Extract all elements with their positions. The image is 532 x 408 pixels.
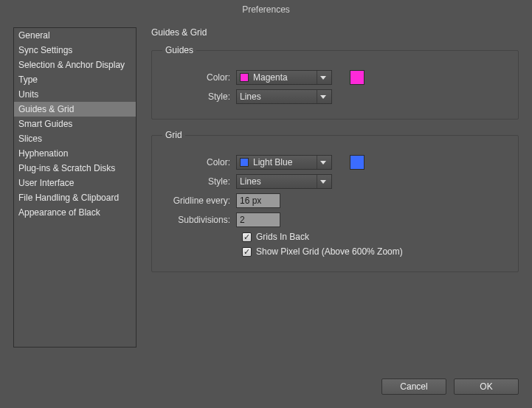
svg-marker-1 — [320, 95, 326, 99]
grid-style-select[interactable]: Lines — [236, 174, 332, 189]
guides-style-value: Lines — [240, 91, 317, 102]
guides-color-swatch-inline — [240, 73, 249, 82]
guides-color-value: Magenta — [253, 72, 317, 83]
button-bar: Cancel OK — [381, 378, 519, 395]
ok-button[interactable]: OK — [454, 378, 519, 395]
guides-style-label: Style: — [162, 91, 236, 102]
sidebar-item-sync-settings[interactable]: Sync Settings — [14, 43, 136, 58]
sidebar-item-hyphenation[interactable]: Hyphenation — [14, 146, 136, 161]
guides-style-select[interactable]: Lines — [236, 89, 332, 104]
guides-group: Guides Color: Magenta Style: Lines — [151, 45, 519, 120]
chevron-down-icon — [317, 71, 328, 84]
show-pixel-grid-checkbox[interactable] — [242, 247, 252, 257]
show-pixel-grid-label: Show Pixel Grid (Above 600% Zoom) — [256, 246, 403, 257]
grid-style-value: Lines — [240, 176, 317, 187]
sidebar: GeneralSync SettingsSelection & Anchor D… — [13, 27, 137, 348]
grid-style-label: Style: — [162, 176, 236, 187]
svg-marker-3 — [320, 180, 326, 184]
sidebar-item-selection-anchor-display[interactable]: Selection & Anchor Display — [14, 58, 136, 72]
guides-legend: Guides — [162, 45, 196, 55]
grid-color-swatch-inline — [240, 158, 249, 167]
grids-in-back-checkbox[interactable] — [242, 232, 252, 242]
gridline-every-input[interactable] — [236, 193, 280, 208]
chevron-down-icon — [317, 156, 328, 169]
grid-color-value: Light Blue — [253, 157, 317, 167]
sidebar-item-units[interactable]: Units — [14, 87, 136, 102]
sidebar-item-smart-guides[interactable]: Smart Guides — [14, 117, 136, 131]
panel: Guides & Grid Guides Color: Magenta Styl… — [151, 27, 519, 283]
panel-title: Guides & Grid — [151, 27, 519, 38]
chevron-down-icon — [317, 90, 328, 103]
subdivisions-label: Subdivisions: — [162, 215, 236, 225]
sidebar-item-general[interactable]: General — [14, 28, 136, 43]
svg-marker-2 — [320, 161, 326, 165]
sidebar-item-file-handling-clipboard[interactable]: File Handling & Clipboard — [14, 190, 136, 205]
window-title: Preferences — [0, 4, 532, 15]
grid-color-select[interactable]: Light Blue — [236, 155, 332, 170]
grid-color-label: Color: — [162, 157, 236, 167]
sidebar-item-type[interactable]: Type — [14, 72, 136, 87]
guides-color-swatch[interactable] — [350, 70, 365, 85]
subdivisions-input[interactable] — [236, 212, 280, 227]
grid-group: Grid Color: Light Blue Style: Lines Grid… — [151, 130, 519, 272]
grid-color-swatch[interactable] — [350, 155, 365, 170]
gridline-every-label: Gridline every: — [162, 196, 236, 206]
guides-color-label: Color: — [162, 72, 236, 83]
grid-legend: Grid — [162, 130, 185, 140]
chevron-down-icon — [317, 175, 328, 188]
cancel-button[interactable]: Cancel — [381, 378, 446, 395]
svg-marker-0 — [320, 76, 326, 80]
guides-color-select[interactable]: Magenta — [236, 70, 332, 85]
sidebar-item-guides-grid[interactable]: Guides & Grid — [14, 102, 136, 117]
sidebar-item-appearance-of-black[interactable]: Appearance of Black — [14, 205, 136, 220]
sidebar-item-slices[interactable]: Slices — [14, 131, 136, 146]
grids-in-back-label: Grids In Back — [256, 232, 309, 242]
sidebar-item-user-interface[interactable]: User Interface — [14, 176, 136, 190]
sidebar-item-plug-ins-scratch-disks[interactable]: Plug-ins & Scratch Disks — [14, 161, 136, 176]
